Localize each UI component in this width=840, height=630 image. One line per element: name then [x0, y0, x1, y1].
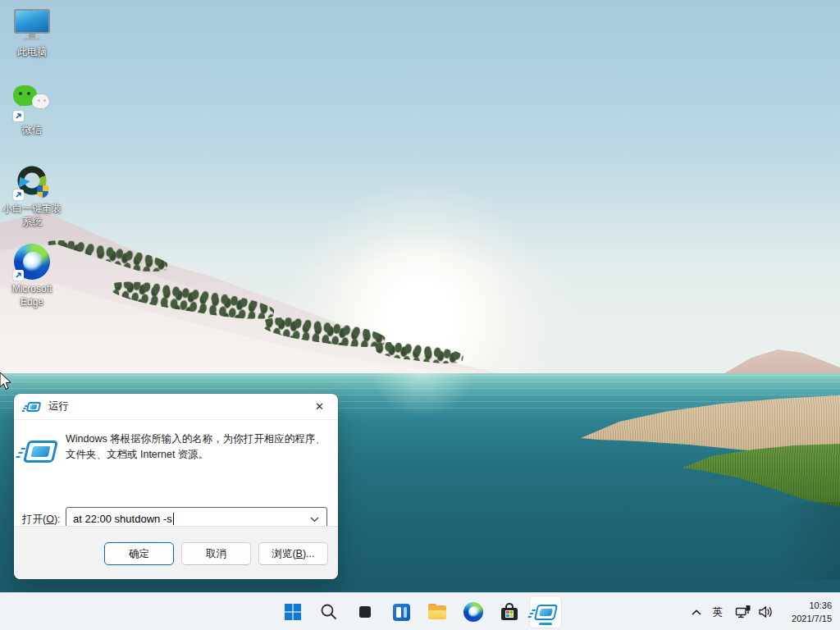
- this-pc-icon: [12, 5, 52, 44]
- desktop-icon-wechat[interactable]: 微信: [2, 83, 62, 136]
- run-dialog-titlebar: 运行 ✕: [14, 394, 338, 420]
- run-dialog-description: Windows 将根据你所输入的名称，为你打开相应的程序、 文件夹、文档或 In…: [66, 431, 328, 463]
- search-icon: [319, 602, 339, 622]
- run-dialog-title: 运行: [48, 399, 69, 413]
- desktop[interactable]: 此电脑 微信 小白一键重装系统 MicrosoftE: [0, 0, 840, 630]
- language-indicator[interactable]: 英: [707, 596, 728, 628]
- run-icon: [23, 441, 58, 463]
- tray-time: 10:36: [792, 599, 832, 612]
- cancel-button[interactable]: 取消: [181, 542, 251, 565]
- ethernet-icon: [734, 603, 752, 621]
- mouse-cursor: [0, 372, 13, 393]
- text-caret: [173, 513, 174, 525]
- run-app-button-active[interactable]: [529, 596, 562, 628]
- open-label: 打开(O):: [22, 513, 61, 527]
- chevron-down-icon[interactable]: [310, 517, 319, 523]
- run-dialog-window: 运行 ✕ Windows 将根据你所输入的名称，为你打开相应的程序、 文件夹、文…: [14, 394, 338, 579]
- taskbar: 英 10:36 2021/7/15: [0, 592, 840, 630]
- tray-date: 2021/7/15: [792, 612, 832, 625]
- desktop-icon-label: 此电脑: [17, 45, 47, 58]
- run-command-value: at 22:00 shutdown -s: [73, 513, 172, 525]
- chevron-up-icon: [688, 604, 705, 620]
- desktop-icon-this-pc[interactable]: 此电脑: [2, 5, 62, 58]
- wallpaper-sun-reflection: [353, 373, 492, 431]
- file-explorer-button[interactable]: [421, 596, 454, 628]
- run-window-icon: [26, 402, 42, 412]
- wechat-icon: [12, 83, 52, 122]
- wallpaper-shore-shadow: [779, 502, 840, 580]
- edge-icon: [463, 602, 483, 622]
- file-explorer-icon: [427, 604, 447, 620]
- active-app-indicator: [539, 623, 552, 625]
- desktop-icon-label: 微信: [22, 123, 42, 136]
- desktop-icon-label: 小白一键重装系统: [2, 202, 62, 228]
- hidden-icons-button[interactable]: [686, 596, 707, 628]
- close-icon[interactable]: ✕: [301, 394, 338, 419]
- search-button[interactable]: [313, 596, 345, 628]
- microsoft-store-icon: [500, 603, 518, 621]
- network-button[interactable]: [732, 596, 755, 628]
- task-view-button[interactable]: [349, 596, 381, 628]
- speaker-icon: [756, 603, 774, 621]
- browse-button[interactable]: 浏览(B)...: [258, 542, 328, 565]
- desktop-icon-label: MicrosoftEdge: [12, 282, 52, 308]
- widgets-icon: [393, 604, 410, 621]
- widgets-button[interactable]: [385, 596, 418, 628]
- microsoft-store-button[interactable]: [493, 596, 526, 628]
- shortcut-arrow-icon: [13, 189, 24, 200]
- windows-logo-icon: [284, 603, 302, 621]
- start-button[interactable]: [276, 596, 309, 628]
- edge-icon: [12, 242, 52, 281]
- shortcut-arrow-icon: [13, 270, 24, 281]
- task-view-icon: [353, 600, 377, 624]
- run-dialog-footer: 确定 取消 浏览(B)...: [14, 526, 338, 579]
- xiaobai-reinstall-icon: [12, 162, 52, 201]
- run-dialog-body: Windows 将根据你所输入的名称，为你打开相应的程序、 文件夹、文档或 In…: [14, 420, 338, 525]
- clock[interactable]: 10:36 2021/7/15: [792, 599, 832, 625]
- edge-button[interactable]: [457, 596, 490, 628]
- desktop-icon-xiaobai-reinstall[interactable]: 小白一键重装系统: [2, 162, 62, 228]
- volume-button[interactable]: [755, 596, 776, 628]
- shortcut-arrow-icon: [13, 111, 24, 121]
- shield-icon: [37, 185, 48, 198]
- desktop-icon-edge[interactable]: MicrosoftEdge: [2, 242, 62, 308]
- ok-button[interactable]: 确定: [104, 542, 174, 565]
- run-icon: [533, 605, 557, 620]
